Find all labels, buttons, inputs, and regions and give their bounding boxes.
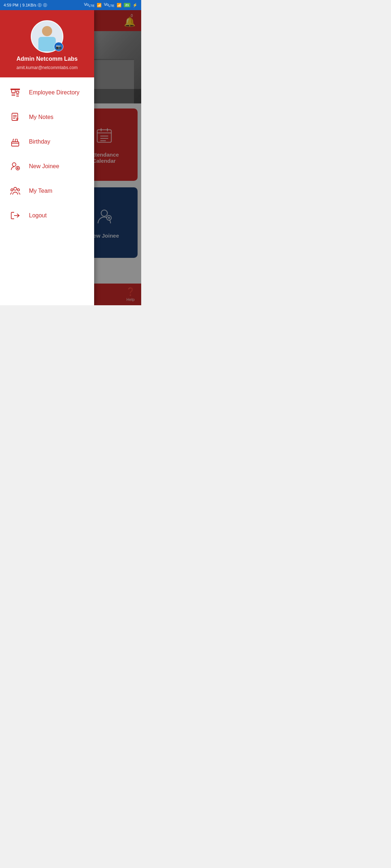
- status-bar: 4:59 PM | 9.1KB/s ⓪ ⓪ VoLTE 📶 VoLTE 📶 21…: [0, 0, 141, 10]
- network-speed: 9.1KB/s: [22, 3, 37, 7]
- avatar-wrap[interactable]: 📷: [31, 20, 63, 53]
- employee-directory-icon: [9, 86, 22, 99]
- birthday-label: Birthday: [29, 139, 50, 145]
- signal-icon-2: 📶: [117, 3, 122, 8]
- menu-item-employee-directory[interactable]: Employee Directory: [0, 80, 94, 105]
- menu-item-birthday[interactable]: Birthday: [0, 129, 94, 154]
- signal-icon: 📶: [97, 3, 102, 8]
- logout-label: Logout: [29, 212, 47, 219]
- menu-item-my-notes[interactable]: My Notes: [0, 105, 94, 129]
- avatar-head: [42, 26, 52, 36]
- app-container: 0 🔔 AttendanceCalendar: [0, 10, 141, 305]
- new-joinee-icon: [9, 160, 22, 173]
- user-name: Admin Netcomm Labs: [17, 56, 78, 62]
- svg-point-29: [17, 189, 20, 191]
- menu-item-my-team[interactable]: My Team: [0, 179, 94, 203]
- svg-point-27: [14, 187, 17, 190]
- charging-icon: ⚡: [133, 3, 138, 8]
- new-joinee-label: New Joinee: [29, 163, 59, 170]
- svg-point-28: [11, 189, 13, 191]
- employee-directory-label: Employee Directory: [29, 89, 80, 96]
- vpn-icon-2: ⓪: [43, 3, 47, 8]
- camera-icon: 📷: [56, 44, 62, 50]
- menu-item-logout[interactable]: Logout: [0, 203, 94, 228]
- menu-item-new-joinee[interactable]: New Joinee: [0, 154, 94, 179]
- birthday-icon: [9, 135, 22, 148]
- vpn-icon: ⓪: [38, 3, 42, 8]
- time: 4:59 PM: [4, 3, 18, 7]
- separator: |: [20, 3, 21, 7]
- my-team-icon: [9, 184, 22, 197]
- volte-icon-2: VoLTE: [104, 2, 114, 8]
- my-notes-icon: [9, 111, 22, 124]
- logout-icon: [9, 209, 22, 222]
- battery-indicator: 21: [124, 3, 130, 7]
- user-email: amit.kumar@netcommlabs.com: [17, 65, 78, 70]
- svg-rect-21: [12, 142, 19, 146]
- svg-rect-14: [16, 91, 19, 93]
- status-right: VoLTE 📶 VoLTE 📶 21 ⚡: [84, 2, 138, 8]
- volte-icon: VoLTE: [84, 2, 94, 8]
- camera-badge[interactable]: 📷: [54, 42, 63, 51]
- svg-rect-11: [12, 90, 15, 93]
- status-left: 4:59 PM | 9.1KB/s ⓪ ⓪: [4, 3, 47, 8]
- my-notes-label: My Notes: [29, 114, 54, 120]
- drawer-overlay[interactable]: [94, 10, 141, 305]
- avatar-body: [38, 37, 56, 51]
- my-team-label: My Team: [29, 188, 52, 194]
- drawer-header: 📷 Admin Netcomm Labs amit.kumar@netcomml…: [0, 10, 94, 77]
- drawer: 📷 Admin Netcomm Labs amit.kumar@netcomml…: [0, 10, 94, 305]
- drawer-menu: Employee Directory My Notes: [0, 77, 94, 305]
- svg-point-23: [12, 163, 16, 166]
